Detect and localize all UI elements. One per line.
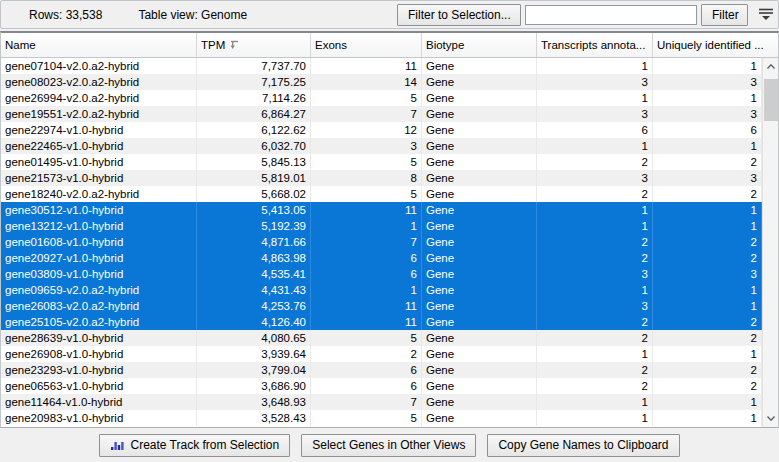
cell-name: gene06563-v1.0-hybrid — [1, 378, 197, 394]
column-header-uniquely-identified[interactable]: Uniquely identified ... — [653, 33, 778, 57]
cell-name: gene20983-v1.0-hybrid — [1, 410, 197, 426]
cell-transcripts: 3 — [537, 74, 653, 90]
table-row[interactable]: gene28639-v1.0-hybrid 4,080.65 5 Gene 2 … — [1, 330, 762, 346]
table-row[interactable]: gene25105-v2.0.a2-hybrid 4,126.40 11 Gen… — [1, 314, 762, 330]
table-row[interactable]: gene09659-v2.0.a2-hybrid 4,431.43 1 Gene… — [1, 282, 762, 298]
table-row[interactable]: gene01608-v1.0-hybrid 4,871.66 7 Gene 2 … — [1, 234, 762, 250]
cell-tpm: 5,845.13 — [197, 154, 311, 170]
table-row[interactable]: gene07104-v2.0.a2-hybrid 7,737.70 11 Gen… — [1, 58, 762, 74]
table-row[interactable]: gene06563-v1.0-hybrid 3,686.90 6 Gene 2 … — [1, 378, 762, 394]
cell-name: gene26083-v2.0.a2-hybrid — [1, 298, 197, 314]
cell-transcripts: 2 — [537, 234, 653, 250]
table-row[interactable]: gene03809-v1.0-hybrid 4,535.41 6 Gene 3 … — [1, 266, 762, 282]
cell-transcripts: 2 — [537, 330, 653, 346]
table-row[interactable]: gene01495-v1.0-hybrid 5,845.13 5 Gene 2 … — [1, 154, 762, 170]
cell-tpm: 4,871.66 — [197, 234, 311, 250]
cell-transcripts: 2 — [537, 250, 653, 266]
cell-tpm: 3,939.64 — [197, 346, 311, 362]
cell-biotype: Gene — [422, 298, 537, 314]
cell-transcripts: 1 — [537, 202, 653, 218]
table-row[interactable]: gene22465-v1.0-hybrid 6,032.70 3 Gene 1 … — [1, 138, 762, 154]
cell-tpm: 3,648.93 — [197, 394, 311, 410]
cell-exons: 7 — [311, 106, 422, 122]
cell-name: gene19551-v2.0.a2-hybrid — [1, 106, 197, 122]
sort-descending-icon — [230, 40, 239, 50]
cell-tpm: 5,413.05 — [197, 202, 311, 218]
column-label: Name — [5, 39, 36, 51]
vertical-scrollbar[interactable] — [762, 58, 778, 427]
cell-name: gene03809-v1.0-hybrid — [1, 266, 197, 282]
cell-uniquely-identified: 2 — [653, 186, 762, 202]
cell-exons: 11 — [311, 314, 422, 330]
cell-biotype: Gene — [422, 266, 537, 282]
table-row[interactable]: gene20983-v1.0-hybrid 3,528.43 5 Gene 1 … — [1, 410, 762, 426]
scroll-up-button[interactable] — [763, 58, 779, 75]
cell-exons: 11 — [311, 298, 422, 314]
cell-tpm: 5,192.39 — [197, 218, 311, 234]
table-row[interactable]: gene21573-v1.0-hybrid 5,819.01 8 Gene 3 … — [1, 170, 762, 186]
cell-uniquely-identified: 1 — [653, 282, 762, 298]
cell-exons: 5 — [311, 186, 422, 202]
cell-uniquely-identified: 1 — [653, 346, 762, 362]
cell-uniquely-identified: 2 — [653, 250, 762, 266]
table-row[interactable]: gene11464-v1.0-hybrid 3,648.93 7 Gene 1 … — [1, 394, 762, 410]
cell-tpm: 4,863.98 — [197, 250, 311, 266]
filter-input[interactable] — [525, 5, 697, 25]
column-header-exons[interactable]: Exons — [311, 33, 422, 57]
cell-tpm: 4,126.40 — [197, 314, 311, 330]
cell-uniquely-identified: 6 — [653, 122, 762, 138]
cell-uniquely-identified: 2 — [653, 362, 762, 378]
scroll-down-button[interactable] — [763, 410, 779, 427]
cell-uniquely-identified: 2 — [653, 154, 762, 170]
cell-exons: 1 — [311, 218, 422, 234]
footer-actions: Create Track from Selection Select Genes… — [0, 428, 779, 462]
column-header-biotype[interactable]: Biotype — [422, 33, 537, 57]
cell-exons: 11 — [311, 58, 422, 74]
create-track-from-selection-button[interactable]: Create Track from Selection — [99, 434, 290, 457]
cell-transcripts: 3 — [537, 170, 653, 186]
cell-tpm: 4,535.41 — [197, 266, 311, 282]
filter-expand-icon[interactable] — [756, 5, 776, 25]
cell-transcripts: 1 — [537, 282, 653, 298]
cell-biotype: Gene — [422, 410, 537, 426]
column-header-tpm[interactable]: TPM — [197, 33, 311, 57]
table-row[interactable]: gene26994-v2.0.a2-hybrid 7,114.26 5 Gene… — [1, 90, 762, 106]
table-row[interactable]: gene20927-v1.0-hybrid 4,863.98 6 Gene 2 … — [1, 250, 762, 266]
table-row[interactable]: gene19551-v2.0.a2-hybrid 6,864.27 7 Gene… — [1, 106, 762, 122]
cell-biotype: Gene — [422, 282, 537, 298]
cell-tpm: 4,080.65 — [197, 330, 311, 346]
table-row[interactable]: gene23293-v1.0-hybrid 3,799.04 6 Gene 2 … — [1, 362, 762, 378]
cell-biotype: Gene — [422, 330, 537, 346]
cell-uniquely-identified: 1 — [653, 298, 762, 314]
cell-transcripts: 1 — [537, 138, 653, 154]
copy-gene-names-to-clipboard-button[interactable]: Copy Gene Names to Clipboard — [487, 434, 679, 457]
cell-transcripts: 1 — [537, 90, 653, 106]
column-header-transcripts[interactable]: Transcripts annota... — [537, 33, 653, 57]
chevron-down-icon — [767, 416, 775, 421]
cell-uniquely-identified: 2 — [653, 330, 762, 346]
table-view-label: Table view: Genome — [138, 8, 247, 22]
cell-biotype: Gene — [422, 202, 537, 218]
cell-name: gene18240-v2.0.a2-hybrid — [1, 186, 197, 202]
button-label: Select Genes in Other Views — [312, 438, 465, 452]
cell-biotype: Gene — [422, 362, 537, 378]
cell-biotype: Gene — [422, 250, 537, 266]
filter-button[interactable]: Filter — [701, 4, 748, 26]
table-row[interactable]: gene13212-v1.0-hybrid 5,192.39 1 Gene 1 … — [1, 218, 762, 234]
table-row[interactable]: gene08023-v2.0.a2-hybrid 7,175.25 14 Gen… — [1, 74, 762, 90]
table-row[interactable]: gene26083-v2.0.a2-hybrid 4,253.76 11 Gen… — [1, 298, 762, 314]
cell-transcripts: 6 — [537, 122, 653, 138]
cell-uniquely-identified: 1 — [653, 138, 762, 154]
scrollbar-thumb[interactable] — [764, 79, 778, 121]
table-row[interactable]: gene26908-v1.0-hybrid 3,939.64 2 Gene 1 … — [1, 346, 762, 362]
cell-name: gene21573-v1.0-hybrid — [1, 170, 197, 186]
table-row[interactable]: gene22974-v1.0-hybrid 6,122.62 12 Gene 6… — [1, 122, 762, 138]
table-row[interactable]: gene18240-v2.0.a2-hybrid 5,668.02 5 Gene… — [1, 186, 762, 202]
filter-to-selection-button[interactable]: Filter to Selection... — [397, 4, 521, 26]
column-header-name[interactable]: Name — [1, 33, 197, 57]
cell-uniquely-identified: 2 — [653, 378, 762, 394]
select-genes-in-other-views-button[interactable]: Select Genes in Other Views — [301, 434, 476, 457]
cell-exons: 14 — [311, 74, 422, 90]
table-row[interactable]: gene30512-v1.0-hybrid 5,413.05 11 Gene 1… — [1, 202, 762, 218]
cell-uniquely-identified: 1 — [653, 202, 762, 218]
